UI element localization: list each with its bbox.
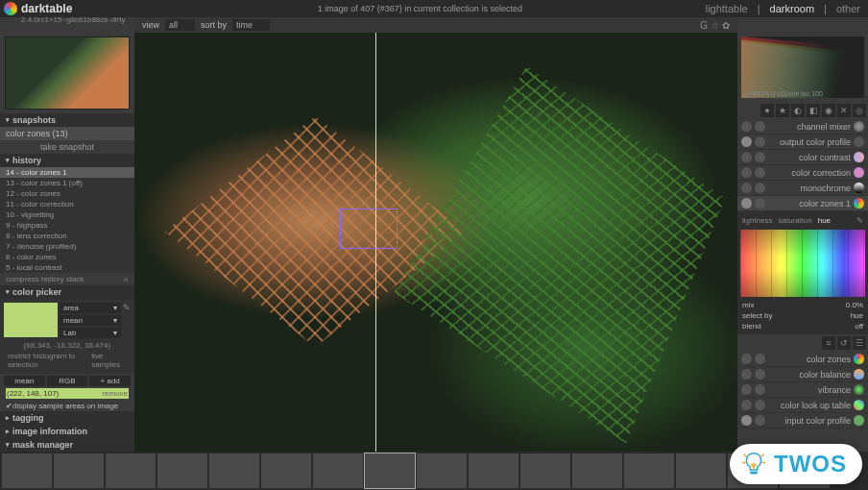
module-color-balance[interactable]: color balance bbox=[737, 367, 868, 382]
add-sample-button[interactable]: + add bbox=[89, 376, 131, 386]
image-canvas[interactable] bbox=[134, 33, 737, 452]
focus-icon[interactable]: G bbox=[700, 20, 708, 31]
cz-tab-hue[interactable]: hue bbox=[818, 216, 831, 225]
filter-view-select[interactable]: all bbox=[165, 19, 195, 31]
module-channel-mixer[interactable]: channel mixer bbox=[737, 119, 868, 135]
history-item[interactable]: 13 - color zones 1 (off) bbox=[0, 178, 134, 188]
module-color-zones-1[interactable]: color zones 1 bbox=[737, 196, 868, 211]
color-zones-graph[interactable] bbox=[740, 230, 865, 297]
module-group-icons: ● ★ ◐ ◧ ◉ ✕ ◎ bbox=[737, 102, 868, 119]
color-picker-header[interactable]: color picker bbox=[0, 285, 134, 299]
eyedropper-icon[interactable]: ✎ bbox=[123, 303, 131, 340]
cz-tab-lightness[interactable]: lightness bbox=[742, 216, 773, 225]
picker-selection-box[interactable] bbox=[340, 208, 398, 249]
mode-other[interactable]: other bbox=[832, 1, 864, 16]
film-thumb[interactable] bbox=[2, 453, 52, 488]
group-tone-icon[interactable]: ◧ bbox=[807, 104, 820, 117]
film-thumb[interactable] bbox=[106, 453, 156, 488]
picker-mean-select[interactable]: mean▾ bbox=[60, 315, 121, 326]
snapshots-header[interactable]: snapshots bbox=[0, 113, 134, 127]
film-thumb[interactable] bbox=[572, 453, 622, 488]
film-thumb[interactable] bbox=[469, 453, 518, 488]
sample-value: (222, 148, 107) remove bbox=[6, 388, 129, 399]
module-input-color-profile[interactable]: input color profile bbox=[737, 413, 868, 429]
color-picker-body: area▾ mean▾ Lab▾ ✎ (68.343, -18.322, 38.… bbox=[0, 299, 134, 374]
history-item[interactable]: 14 - color zones 1 bbox=[0, 167, 134, 178]
svg-line-3 bbox=[744, 454, 747, 457]
module-vibrance[interactable]: vibrance bbox=[737, 382, 868, 398]
cz-tab-saturation[interactable]: saturation bbox=[779, 216, 812, 225]
module-output-color-profile[interactable]: output color profile bbox=[737, 135, 868, 150]
film-thumb[interactable] bbox=[157, 453, 207, 488]
sep: | bbox=[820, 1, 831, 16]
image-info-header[interactable]: image information bbox=[0, 425, 134, 438]
multi-instance-icon[interactable]: ≡ bbox=[822, 336, 835, 350]
group-active-icon[interactable]: ● bbox=[760, 104, 774, 117]
compress-history-button[interactable]: compress history stack bbox=[6, 275, 84, 283]
history-item[interactable]: 5 - local contrast bbox=[0, 262, 134, 273]
filter-sort-select[interactable]: time bbox=[232, 19, 270, 31]
live-samples[interactable]: live samples bbox=[91, 352, 127, 369]
star-icon[interactable]: ☆ bbox=[711, 20, 719, 31]
gear-icon[interactable]: ✿ bbox=[722, 20, 730, 31]
film-thumb[interactable] bbox=[676, 453, 726, 488]
histogram[interactable]: 1/640 f/4.0 102mm iso 100 bbox=[741, 37, 864, 98]
module-color-contrast[interactable]: color contrast bbox=[737, 150, 868, 165]
sample-mode[interactable]: mean bbox=[4, 376, 45, 386]
film-thumb[interactable] bbox=[209, 453, 259, 488]
svg-line-4 bbox=[761, 454, 764, 457]
film-thumb[interactable] bbox=[624, 453, 674, 488]
mask-manager-header[interactable]: mask manager bbox=[0, 438, 134, 452]
history-item[interactable]: 11 - color correction bbox=[0, 199, 134, 209]
color-swatch bbox=[4, 303, 58, 337]
history-item[interactable]: 12 - color zones bbox=[0, 188, 134, 199]
film-thumb[interactable] bbox=[313, 453, 363, 488]
cz-select-value[interactable]: hue bbox=[851, 311, 863, 320]
film-thumb[interactable] bbox=[54, 453, 104, 488]
display-samples-check[interactable]: ✔display sample areas on image bbox=[0, 401, 134, 411]
film-thumb[interactable] bbox=[261, 453, 311, 488]
mode-lighttable[interactable]: lighttable bbox=[702, 1, 752, 16]
preset-icon[interactable]: ☰ bbox=[853, 336, 866, 350]
group-fav-icon[interactable]: ★ bbox=[776, 104, 789, 117]
picker-lab-select[interactable]: Lab▾ bbox=[60, 328, 121, 338]
restrict-histogram[interactable]: restrict histogram to selection bbox=[8, 352, 91, 369]
tagging-header[interactable]: tagging bbox=[0, 411, 134, 425]
color-zones-body: lightness saturation hue ✎ mix0.0% selec… bbox=[737, 211, 868, 334]
navigation-thumbnail[interactable] bbox=[5, 37, 130, 110]
remove-sample-button[interactable]: remove bbox=[102, 389, 128, 398]
film-thumb[interactable] bbox=[520, 453, 570, 488]
picker-area-select[interactable]: area▾ bbox=[60, 303, 121, 313]
history-item[interactable]: 6 - color zones bbox=[0, 252, 134, 262]
cz-mix-label: mix bbox=[742, 301, 754, 309]
cz-eyedropper-icon[interactable]: ✎ bbox=[856, 216, 863, 225]
history-item[interactable]: 8 - lens correction bbox=[0, 231, 134, 241]
history-header[interactable]: history bbox=[0, 154, 134, 167]
module-color-lut[interactable]: color look up table bbox=[737, 398, 868, 413]
history-item[interactable]: 9 - highpass bbox=[0, 220, 134, 231]
history-item[interactable]: 7 - denoise (profiled) bbox=[0, 241, 134, 252]
module-color-zones[interactable]: color zones bbox=[737, 352, 868, 367]
cz-mix-value[interactable]: 0.0% bbox=[846, 301, 863, 309]
film-thumb-selected[interactable] bbox=[365, 453, 415, 488]
module-color-correction[interactable]: color correction bbox=[737, 165, 868, 181]
sample-cs[interactable]: RGB bbox=[47, 376, 88, 386]
reset-icon[interactable]: ↺ bbox=[837, 336, 851, 350]
mode-darkroom[interactable]: darkroom bbox=[766, 1, 818, 16]
group-basic-icon[interactable]: ◐ bbox=[791, 104, 805, 117]
film-thumb[interactable] bbox=[417, 453, 467, 488]
history-footer: compress history stack ⎌ bbox=[0, 273, 134, 285]
cz-select-label: select by bbox=[742, 311, 773, 320]
group-color-icon[interactable]: ◉ bbox=[822, 104, 835, 117]
chevron-down-icon: ▾ bbox=[113, 316, 117, 325]
picker-coords: (68.343, -18.322, 38.474) bbox=[4, 340, 131, 351]
history-item[interactable]: 10 - vignetting bbox=[0, 209, 134, 220]
group-correct-icon[interactable]: ✕ bbox=[837, 104, 851, 117]
style-icon[interactable]: ⎌ bbox=[124, 275, 129, 283]
left-panel: snapshots color zones (13) take snapshot… bbox=[0, 33, 134, 452]
module-monochrome[interactable]: monochrome bbox=[737, 181, 868, 196]
cz-blend-value[interactable]: off bbox=[855, 322, 863, 331]
take-snapshot-button[interactable]: take snapshot bbox=[0, 140, 134, 154]
group-effect-icon[interactable]: ◎ bbox=[853, 104, 866, 117]
snapshot-item[interactable]: color zones (13) bbox=[0, 127, 134, 140]
